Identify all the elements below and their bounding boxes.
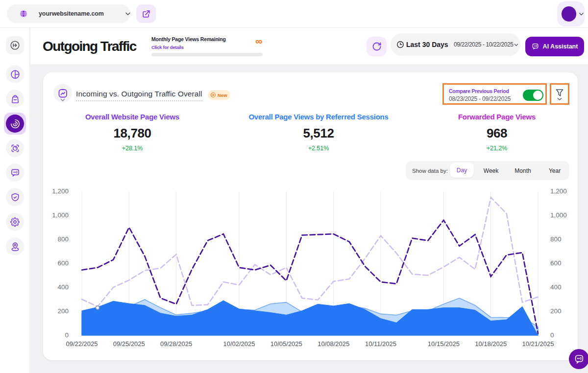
svg-text:400: 400	[57, 283, 69, 291]
svg-text:800: 800	[57, 235, 69, 243]
svg-text:200: 200	[57, 307, 69, 315]
svg-text:10/08/2025: 10/08/2025	[318, 340, 349, 348]
svg-text:600: 600	[550, 259, 562, 267]
svg-text:1,200: 1,200	[550, 187, 567, 195]
svg-text:1,200: 1,200	[52, 187, 69, 195]
svg-text:09/28/2025: 09/28/2025	[160, 340, 192, 348]
svg-text:0: 0	[65, 331, 69, 339]
svg-text:10/05/2025: 10/05/2025	[270, 340, 302, 348]
svg-text:10/02/2025: 10/02/2025	[223, 340, 255, 348]
svg-text:200: 200	[550, 307, 562, 315]
svg-text:1,000: 1,000	[550, 211, 567, 219]
svg-text:1,000: 1,000	[52, 211, 69, 219]
svg-text:10/11/2025: 10/11/2025	[365, 340, 396, 348]
svg-text:09/22/2025: 09/22/2025	[66, 340, 98, 348]
svg-text:10/18/2025: 10/18/2025	[475, 340, 507, 348]
svg-text:09/25/2025: 09/25/2025	[113, 340, 145, 348]
svg-text:0: 0	[550, 331, 554, 339]
svg-text:10/21/2025: 10/21/2025	[522, 340, 554, 348]
svg-text:800: 800	[550, 235, 562, 243]
svg-text:400: 400	[550, 283, 562, 291]
svg-text:600: 600	[57, 259, 69, 267]
svg-text:10/15/2025: 10/15/2025	[428, 340, 460, 348]
